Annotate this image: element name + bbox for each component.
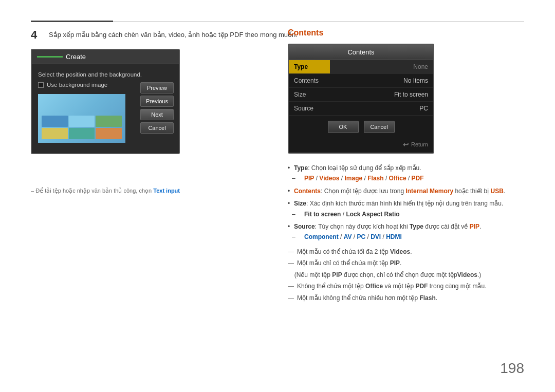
- return-row[interactable]: ↩ Return: [289, 138, 433, 153]
- desc-size: Size: Xác định kích thước màn hình khi h…: [288, 198, 524, 219]
- page-number: 198: [500, 360, 524, 377]
- slash-s4: /: [381, 233, 386, 240]
- background-image-checkbox[interactable]: [38, 82, 44, 88]
- note-text-1: Một mẫu có thể chứa tối đa 2 tệp Videos.: [297, 247, 412, 257]
- size-sub-item: Fit to screen / Lock Aspect Ratio: [294, 209, 524, 219]
- thumb-cell-6: [96, 128, 122, 139]
- type-colon-text: : Chọn loại tệp sử dụng để sắp xếp mẫu.: [308, 164, 421, 172]
- ok-button[interactable]: OK: [328, 121, 359, 133]
- slash-size: /: [341, 211, 346, 218]
- create-panel: Create Select the position and the backg…: [31, 49, 180, 154]
- thumb-cell-5: [69, 128, 95, 139]
- dash-3: [288, 270, 291, 280]
- size-value-cell: Fit to screen: [330, 88, 433, 102]
- period1: .: [504, 188, 505, 195]
- note-line-3: (Nếu một tệp PIP được chọn, chỉ có thể c…: [288, 270, 524, 280]
- footer-note: – Để tải tệp hoặc nhập văn bản thủ công,…: [31, 188, 180, 194]
- source-set: được cài đặt về: [423, 223, 470, 230]
- type-sub-item: PIP / Videos / Image / Flash / Office / …: [294, 173, 524, 183]
- note-text-2: Một mẫu chỉ có thể chứa một tệp PIP.: [297, 258, 401, 268]
- flash-opt: Flash: [367, 175, 383, 182]
- note-line-4: — Không thể chứa một tệp Office và một t…: [288, 281, 524, 291]
- note-line-5: — Một mẫu không thể chứa nhiều hơn một t…: [288, 293, 524, 303]
- slash-s3: /: [365, 233, 371, 240]
- type-value-cell: None: [330, 60, 433, 74]
- slash5: /: [406, 175, 412, 182]
- image-opt: Image: [345, 175, 363, 182]
- period2: .: [479, 223, 481, 230]
- table-row-contents: Contents No Items: [289, 74, 433, 88]
- thumb-cell-1: [42, 116, 68, 127]
- slash4: /: [384, 175, 389, 182]
- dash-5: —: [288, 293, 294, 303]
- contents-colon: : Chọn một tệp được lưu trong: [321, 188, 405, 195]
- slash-s1: /: [339, 233, 344, 240]
- create-buttons-group: Preview Previous Next Cancel: [140, 82, 174, 134]
- type-options: PIP: [304, 175, 314, 182]
- source-bold: Source: [294, 223, 315, 230]
- contents-or: hoặc thiết bị: [453, 188, 490, 195]
- table-row-type: Type None: [289, 60, 433, 74]
- source-colon: : Tùy chọn này được kích hoạt khi: [315, 223, 410, 230]
- source-sub-item: Component / AV / PC / DVI / HDMI: [294, 232, 524, 242]
- hdmi-opt: HDMI: [386, 233, 402, 240]
- thumbnail-grid: [41, 115, 123, 140]
- contents-heading: Contents: [288, 28, 524, 38]
- desc-source: Source: Tùy chọn này được kích hoạt khi …: [288, 221, 524, 242]
- slash2: /: [340, 175, 345, 182]
- next-button[interactable]: Next: [140, 109, 174, 120]
- office-opt: Office: [389, 175, 406, 182]
- component-opt: Component: [304, 233, 339, 240]
- note-line-1: — Một mẫu có thể chứa tối đa 2 tệp Video…: [288, 247, 524, 257]
- create-subtitle: Select the position and the background.: [38, 71, 173, 78]
- source-pip: PIP: [470, 223, 479, 230]
- type-bold: Type: [294, 164, 308, 172]
- contents-value-cell: No Items: [330, 74, 433, 88]
- source-type: Type: [410, 223, 423, 230]
- size-bold: Size: [294, 200, 306, 207]
- create-panel-body: Select the position and the background. …: [32, 64, 179, 153]
- size-colon: : Xác định kích thước màn hình khi hiển …: [306, 200, 503, 207]
- create-panel-title: Create: [32, 50, 179, 64]
- contents-dialog-title: Contents: [289, 45, 433, 60]
- title-bar-accent: [37, 56, 63, 58]
- note-section: — Một mẫu có thể chứa tối đa 2 tệp Video…: [288, 247, 524, 304]
- contents-label-cell: Contents: [289, 74, 330, 88]
- return-icon: ↩: [403, 140, 409, 148]
- thumb-cell-4: [42, 128, 68, 139]
- videos-opt: Videos: [319, 175, 339, 182]
- lock-aspect: Lock Aspect Ratio: [346, 211, 399, 218]
- type-label-cell: Type: [289, 60, 330, 74]
- note-text-4: Không thể chứa một tệp Office và một tệp…: [297, 281, 486, 291]
- step-number: 4: [31, 28, 37, 42]
- dash-2: —: [288, 258, 294, 268]
- av-opt: AV: [344, 233, 352, 240]
- source-label-cell: Source: [289, 102, 330, 116]
- table-row-size: Size Fit to screen: [289, 88, 433, 102]
- usb-bold: USB: [490, 188, 503, 195]
- top-divider: [31, 21, 524, 22]
- contents-section: Contents Contents Type None Contents No …: [288, 28, 524, 245]
- light-line: [113, 21, 524, 22]
- slash1: /: [314, 175, 319, 182]
- cancel-button[interactable]: Cancel: [140, 122, 174, 134]
- dash-1: —: [288, 247, 294, 257]
- desc-contents: Contents: Chọn một tệp được lưu trong In…: [288, 186, 524, 196]
- previous-button[interactable]: Previous: [140, 96, 174, 107]
- note-text-5: Một mẫu không thể chứa nhiều hơn một tệp…: [297, 293, 437, 303]
- slash-s2: /: [351, 233, 357, 240]
- dvi-opt: DVI: [371, 233, 381, 240]
- contents-dialog: Contents Type None Contents No Items Siz…: [288, 44, 434, 154]
- dialog-cancel-button[interactable]: Cancel: [364, 121, 395, 133]
- thumb-cell-2: [69, 116, 95, 127]
- desc-list: Type: Chọn loại tệp sử dụng để sắp xếp m…: [288, 163, 524, 242]
- note-line-2: — Một mẫu chỉ có thể chứa một tệp PIP.: [288, 258, 524, 268]
- thumb-cell-3: [96, 116, 122, 127]
- text-input-link[interactable]: Text input: [153, 188, 180, 194]
- size-label-cell: Size: [289, 88, 330, 102]
- return-label: Return: [411, 141, 428, 147]
- preview-button[interactable]: Preview: [140, 82, 174, 94]
- contents-table: Type None Contents No Items Size Fit to …: [289, 60, 433, 116]
- dialog-buttons: OK Cancel: [289, 116, 433, 138]
- internal-memory: Internal Memory: [405, 188, 453, 195]
